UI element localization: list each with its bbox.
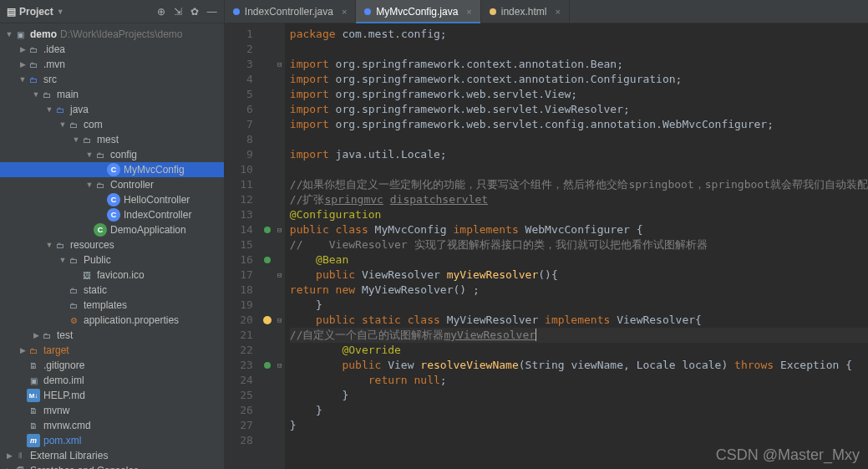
expand-icon[interactable]: ⇲	[174, 6, 182, 18]
tree-target[interactable]: ▶🗀target	[0, 343, 224, 358]
gutter-icons	[260, 23, 275, 469]
tree-templates[interactable]: 🗀templates	[0, 298, 224, 313]
folder-icon: 🗀	[67, 298, 80, 312]
package-icon: 🗀	[80, 133, 94, 146]
folder-icon: 🗀	[40, 88, 53, 101]
html-icon	[490, 8, 496, 15]
tree-helpmd[interactable]: M↓HELP.md	[0, 388, 224, 403]
tree-controller[interactable]: ▼🗀Controller	[0, 177, 224, 192]
code-view[interactable]: package com.mest.config; import org.spri…	[285, 23, 868, 469]
package-icon: 🗀	[94, 178, 107, 191]
editor-area: IndexController.java× MyMvcConfig.java× …	[225, 0, 868, 469]
tree-index[interactable]: CIndexController	[0, 207, 224, 222]
project-icon: ▤	[7, 6, 16, 18]
module-icon: ▣	[13, 28, 27, 41]
folder-icon: 🗀	[27, 58, 40, 71]
ico-file-icon: 🖼	[80, 268, 94, 282]
tree-config[interactable]: ▼🗀config	[0, 147, 224, 162]
java-class-icon: C	[107, 208, 120, 222]
folder-icon: 🗀	[67, 283, 80, 297]
java-class-icon: C	[107, 193, 120, 206]
locate-icon[interactable]: ⊕	[157, 6, 165, 18]
java-icon	[233, 8, 240, 15]
tree-resources[interactable]: ▼🗀resources	[0, 237, 224, 252]
tab-mymvcconfig[interactable]: MyMvcConfig.java×	[356, 0, 480, 23]
scratches-icon: 🗐	[13, 464, 27, 469]
tree-main[interactable]: ▼🗀main	[0, 87, 224, 102]
tree-mvnw[interactable]: 🗎mvnw	[0, 403, 224, 418]
hide-icon[interactable]: —	[207, 6, 217, 18]
folder-icon: 🗀	[67, 253, 80, 267]
java-icon	[364, 8, 371, 15]
tree-mest[interactable]: ▼🗀mest	[0, 132, 224, 147]
markdown-icon: M↓	[27, 389, 40, 402]
tree-mvn[interactable]: ▶🗀.mvn	[0, 57, 224, 72]
properties-icon: ⚙	[67, 314, 80, 327]
line-gutter: 1234567891011121314151617181920212223242…	[225, 23, 260, 469]
close-icon[interactable]: ×	[342, 7, 347, 17]
tree-hello[interactable]: CHelloController	[0, 192, 224, 207]
src-folder-icon: 🗀	[27, 73, 40, 86]
bulb-icon[interactable]	[263, 316, 272, 324]
tree-scratches[interactable]: ▶🗐Scratches and Consoles	[0, 463, 224, 469]
watermark: CSDN @Master_Mxy	[716, 446, 860, 464]
tree-test[interactable]: ▶🗀test	[0, 328, 224, 343]
close-icon[interactable]: ×	[555, 7, 560, 17]
java-class-icon: C	[107, 163, 120, 176]
project-tree[interactable]: ▼▣demoD:\Work\IdeaProjects\demo ▶🗀.idea …	[0, 23, 224, 469]
tree-mvnwcmd[interactable]: 🗎mvnw.cmd	[0, 418, 224, 433]
folder-icon: 🗀	[40, 329, 53, 342]
package-icon: 🗀	[94, 148, 107, 161]
folder-icon: 🗀	[27, 43, 40, 56]
java-main-icon: C	[94, 223, 107, 237]
tree-appprop[interactable]: ⚙application.properties	[0, 313, 224, 328]
chevron-down-icon: ▼	[57, 8, 64, 16]
editor-body[interactable]: 1234567891011121314151617181920212223242…	[225, 23, 868, 469]
tree-com[interactable]: ▼🗀com	[0, 117, 224, 132]
tree-extlib[interactable]: ▶⫴External Libraries	[0, 448, 224, 463]
editor-tabs: IndexController.java× MyMvcConfig.java× …	[225, 0, 868, 23]
package-icon: 🗀	[67, 118, 80, 131]
tree-favicon[interactable]: 🖼favicon.ico	[0, 268, 224, 283]
tree-root[interactable]: ▼▣demoD:\Work\IdeaProjects\demo	[0, 27, 224, 42]
tree-demoiml[interactable]: ▣demo.iml	[0, 373, 224, 388]
file-icon: 🗎	[27, 419, 40, 432]
tree-static[interactable]: 🗀static	[0, 283, 224, 298]
settings-icon[interactable]: ✿	[190, 6, 199, 18]
file-icon: 🗎	[27, 359, 40, 372]
tree-mymvcconfig[interactable]: CMyMvcConfig	[0, 162, 224, 177]
project-dropdown[interactable]: ▤ Project ▼	[7, 6, 64, 18]
target-folder-icon: 🗀	[27, 344, 40, 357]
run-gutter-icon[interactable]	[264, 257, 271, 263]
close-icon[interactable]: ×	[466, 7, 471, 17]
maven-icon: m	[27, 434, 40, 447]
library-icon: ⫴	[13, 449, 27, 462]
fold-column: ⊟⊟⊟⊟⊟	[275, 23, 285, 469]
tree-demoapp[interactable]: CDemoApplication	[0, 222, 224, 237]
tree-src[interactable]: ▼🗀src	[0, 72, 224, 87]
tree-java[interactable]: ▼🗀java	[0, 102, 224, 117]
tree-pom[interactable]: mpom.xml	[0, 433, 224, 448]
file-icon: 🗎	[27, 404, 40, 417]
project-title: Project	[19, 6, 53, 18]
tab-indexhtml[interactable]: index.html×	[481, 0, 570, 23]
src-folder-icon: 🗀	[53, 103, 67, 116]
tab-indexcontroller[interactable]: IndexController.java×	[225, 0, 357, 23]
resource-folder-icon: 🗀	[53, 238, 67, 252]
tree-gitignore[interactable]: 🗎.gitignore	[0, 358, 224, 373]
sidebar-header: ▤ Project ▼ ⊕ ⇲ ✿ —	[0, 0, 224, 23]
tree-idea[interactable]: ▶🗀.idea	[0, 42, 224, 57]
tree-public[interactable]: ▼🗀Public	[0, 252, 224, 268]
project-sidebar: ▤ Project ▼ ⊕ ⇲ ✿ — ▼▣demoD:\Work\IdeaPr…	[0, 0, 225, 469]
iml-icon: ▣	[27, 374, 40, 387]
override-icon[interactable]	[264, 362, 271, 369]
run-gutter-icon[interactable]	[264, 227, 271, 233]
